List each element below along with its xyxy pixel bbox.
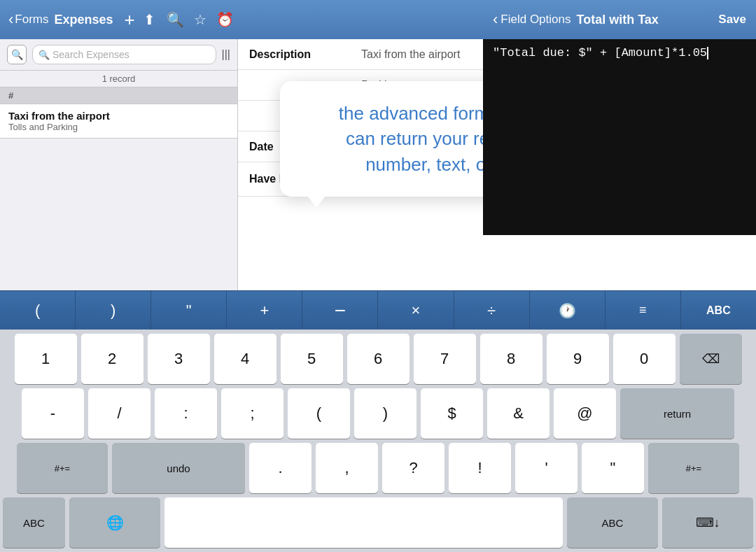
search-bar: 🔍 🔍 Search Expenses ||| (0, 39, 237, 71)
key-2[interactable]: 2 (81, 334, 144, 384)
ft-abc[interactable]: ABC (681, 291, 756, 330)
key-close-paren[interactable]: ) (354, 388, 416, 439)
nav-back-button[interactable]: ‹ Forms (8, 10, 49, 29)
search-field-icon: 🔍 (38, 50, 50, 60)
number-row: 1 2 3 4 5 6 7 8 9 0 ⌫ (0, 330, 756, 384)
description-label: Description (249, 48, 361, 61)
ft-quote[interactable]: " (151, 291, 227, 330)
ft-multiply[interactable]: × (378, 291, 454, 330)
list-item-title: Taxi from the airport (8, 110, 229, 122)
formula-editor[interactable]: "Total due: $" + [Amount]*1.05 (483, 39, 756, 235)
key-slash[interactable]: / (88, 388, 150, 439)
key-exclaim[interactable]: ! (449, 443, 511, 493)
hide-keyboard-key[interactable]: ⌨↓ (662, 497, 753, 548)
key-comma[interactable]: , (316, 443, 378, 493)
globe-key[interactable]: 🌐 (69, 497, 160, 548)
search-box-icon[interactable]: 🔍 (7, 45, 27, 64)
key-dquote[interactable]: " (582, 443, 644, 493)
key-1[interactable]: 1 (15, 334, 77, 384)
history-icon[interactable]: ⏰ (216, 11, 234, 28)
search-glass-icon: 🔍 (11, 49, 23, 60)
key-4[interactable]: 4 (214, 334, 276, 384)
key-dash[interactable]: - (22, 388, 84, 439)
space-key[interactable] (164, 497, 563, 548)
search-icon[interactable]: 🔍 (167, 11, 184, 28)
back-chevron-icon: ‹ (8, 10, 13, 29)
key-dot[interactable]: . (249, 443, 312, 493)
key-5[interactable]: 5 (281, 334, 343, 384)
upload-icon[interactable]: ⬆ (144, 11, 155, 28)
abc-key-left[interactable]: ABC (3, 497, 65, 548)
keyboard-section: ( ) " + − × ÷ 🕐 ≡ ABC 1 2 3 4 5 6 7 8 9 … (0, 290, 756, 552)
ft-close-paren[interactable]: ) (76, 291, 151, 330)
field-options-bar: ‹ Field Options Total with Tax Save (483, 0, 756, 39)
key-3[interactable]: 3 (148, 334, 210, 384)
symbol-row: - / : ; ( ) $ & @ return (0, 384, 756, 439)
symbols-toggle-right[interactable]: #+= (648, 443, 739, 493)
field-options-title: Total with Tax (577, 13, 719, 27)
key-6[interactable]: 6 (347, 334, 410, 384)
upper-content: 🔍 🔍 Search Expenses ||| 1 record # Taxi … (0, 39, 756, 290)
save-button[interactable]: Save (718, 13, 746, 27)
key-dollar[interactable]: $ (421, 388, 483, 439)
field-options-back-label[interactable]: Field Options (500, 13, 570, 27)
left-panel: 🔍 🔍 Search Expenses ||| 1 record # Taxi … (0, 39, 238, 290)
formula-content[interactable]: "Total due: $" + [Amount]*1.05 (493, 46, 707, 59)
key-ampersand[interactable]: & (487, 388, 550, 439)
ft-minus[interactable]: − (302, 291, 378, 330)
backspace-key[interactable]: ⌫ (680, 334, 742, 384)
nav-title: Expenses (55, 13, 113, 27)
ft-open-paren[interactable]: ( (0, 291, 76, 330)
key-semicolon[interactable]: ; (221, 388, 284, 439)
list-item[interactable]: Taxi from the airport Tolls and Parking (0, 104, 237, 139)
ft-clock[interactable]: 🕐 (530, 291, 606, 330)
list-header: # (0, 87, 237, 104)
record-count: 1 record (0, 71, 237, 87)
main-content: 🔍 🔍 Search Expenses ||| 1 record # Taxi … (0, 39, 756, 552)
search-placeholder: Search Expenses (52, 49, 130, 60)
bottom-row: ABC 🌐 ABC ⌨↓ (0, 493, 756, 552)
right-panel: "Total due: $" + [Amount]*1.05 Descripti… (238, 39, 756, 290)
ft-plus[interactable]: + (227, 291, 302, 330)
return-key[interactable]: return (620, 388, 734, 439)
key-question[interactable]: ? (382, 443, 444, 493)
ft-divide[interactable]: ÷ (454, 291, 530, 330)
search-input[interactable]: 🔍 Search Expenses (32, 45, 216, 64)
barcode-icon[interactable]: ||| (222, 48, 230, 61)
favorites-icon[interactable]: ☆ (194, 11, 206, 28)
ft-align[interactable]: ≡ (606, 291, 681, 330)
key-0[interactable]: 0 (613, 334, 676, 384)
key-7[interactable]: 7 (414, 334, 476, 384)
undo-key[interactable]: undo (112, 443, 245, 493)
symbols-toggle-left[interactable]: #+= (17, 443, 108, 493)
formula-toolbar: ( ) " + − × ÷ 🕐 ≡ ABC (0, 290, 756, 330)
key-8[interactable]: 8 (480, 334, 542, 384)
key-open-paren[interactable]: ( (288, 388, 350, 439)
key-at[interactable]: @ (554, 388, 616, 439)
key-colon[interactable]: : (155, 388, 217, 439)
top-nav-bar: ‹ Forms Expenses + ⬆ 🔍 ☆ ⏰ Expense ‹ Fie… (0, 0, 756, 39)
add-record-button[interactable]: + (125, 9, 135, 31)
nav-back-label[interactable]: Forms (15, 13, 48, 27)
key-9[interactable]: 9 (547, 334, 609, 384)
field-options-back-chevron[interactable]: ‹ (493, 10, 498, 29)
abc-key-right[interactable]: ABC (567, 497, 658, 548)
formula-cursor (707, 47, 708, 59)
list-item-subtitle: Tolls and Parking (8, 122, 229, 132)
special-row: #+= undo . , ? ! ' " #+= (0, 439, 756, 493)
key-apostrophe[interactable]: ' (515, 443, 578, 493)
